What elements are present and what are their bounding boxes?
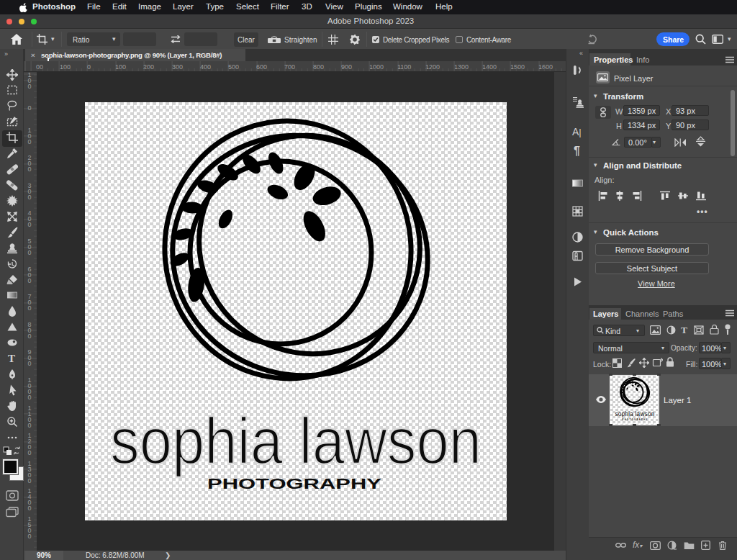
svg-text:PHOTOGRAPHY: PHOTOGRAPHY [207,476,382,492]
svg-text:PHOTOGRAPHY: PHOTOGRAPHY [623,418,648,421]
svg-text:sophia lawson: sophia lawson [110,405,481,477]
svg-text:sophia lawson: sophia lawson [615,411,655,417]
